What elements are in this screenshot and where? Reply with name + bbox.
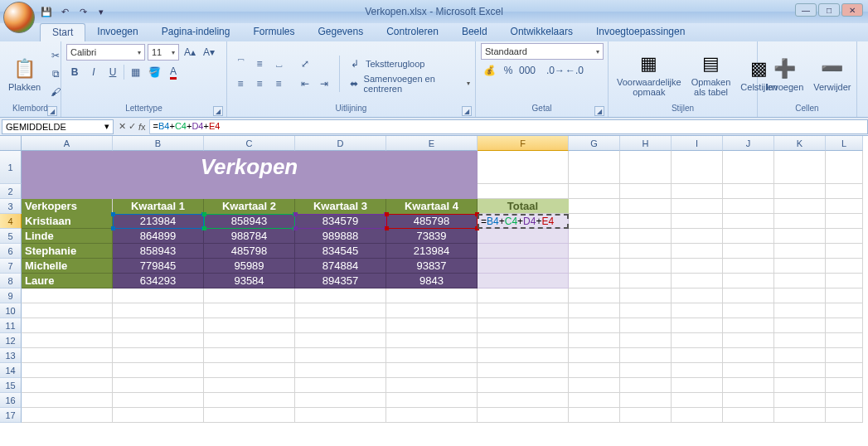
val-2-2[interactable]: 834545 <box>295 244 386 259</box>
cell-G8[interactable] <box>569 274 620 288</box>
cell-L8[interactable] <box>826 274 863 288</box>
cell-F9[interactable] <box>478 288 569 303</box>
row-header-2[interactable]: 2 <box>0 184 22 199</box>
row-header-12[interactable]: 12 <box>0 333 22 348</box>
col-header-H[interactable]: H <box>620 136 672 151</box>
col-header-D[interactable]: D <box>295 136 386 151</box>
cell-I6[interactable] <box>672 244 723 259</box>
cell-H15[interactable] <box>620 378 672 393</box>
row-header-5[interactable]: 5 <box>0 229 22 244</box>
cell-K16[interactable] <box>774 393 826 408</box>
cell-J16[interactable] <box>723 393 774 408</box>
font-combo[interactable]: Calibri▾ <box>66 44 145 61</box>
cell-F13[interactable] <box>478 348 569 363</box>
cell-G6[interactable] <box>569 244 620 259</box>
cell-F14[interactable] <box>478 363 569 378</box>
row-header-1[interactable]: 1 <box>0 151 22 184</box>
cell-K4[interactable] <box>774 214 826 229</box>
grow-font-button[interactable]: A▴ <box>182 44 198 61</box>
cell-G1[interactable] <box>569 151 620 184</box>
format-as-table-button[interactable]: ▤Opmaken als tabel <box>688 49 735 99</box>
cell-I14[interactable] <box>672 363 723 378</box>
maximize-button[interactable]: □ <box>818 3 840 17</box>
cell-G15[interactable] <box>569 378 620 393</box>
cell-J6[interactable] <box>723 244 774 259</box>
cell-H17[interactable] <box>620 408 672 423</box>
cell-L15[interactable] <box>826 378 863 393</box>
accept-formula-button[interactable]: ✓ <box>129 121 136 132</box>
val-3-0[interactable]: 779845 <box>113 259 204 274</box>
save-icon[interactable]: 💾 <box>40 5 53 18</box>
close-button[interactable]: ✕ <box>841 3 863 17</box>
cell-E13[interactable] <box>386 348 478 363</box>
cell-A15[interactable] <box>22 378 113 393</box>
cell-H5[interactable] <box>620 229 672 244</box>
val-0-2[interactable]: 834579 <box>295 214 386 229</box>
cell-K17[interactable] <box>774 408 826 423</box>
cell-B13[interactable] <box>113 348 204 363</box>
cell-A17[interactable] <box>22 408 113 423</box>
header-kw4[interactable]: Kwartaal 4 <box>386 199 478 214</box>
wrap-text-button[interactable]: ↲Tekstterugloop <box>347 55 470 73</box>
cell-C15[interactable] <box>204 378 295 393</box>
cell-H10[interactable] <box>620 303 672 318</box>
cell-F11[interactable] <box>478 318 569 333</box>
namebox-dropdown-icon[interactable]: ▾ <box>104 121 109 132</box>
align-bottom-button[interactable]: ⎵ <box>270 56 287 72</box>
cell-G16[interactable] <box>569 393 620 408</box>
cell-B17[interactable] <box>113 408 204 423</box>
cell-D10[interactable] <box>295 303 386 318</box>
insert-cells-button[interactable]: ➕Invoegen <box>763 54 807 94</box>
cell-C10[interactable] <box>204 303 295 318</box>
cell-L13[interactable] <box>826 348 863 363</box>
cell-K15[interactable] <box>774 378 826 393</box>
qat-dropdown-icon[interactable]: ▾ <box>95 5 108 18</box>
cell-H13[interactable] <box>620 348 672 363</box>
col-header-J[interactable]: J <box>723 136 774 151</box>
cell-G2[interactable] <box>569 184 620 199</box>
fill-color-button[interactable]: 🪣 <box>146 64 162 80</box>
tab-controleren[interactable]: Controleren <box>375 23 450 41</box>
cell-D15[interactable] <box>295 378 386 393</box>
cell-A10[interactable] <box>22 303 113 318</box>
cell-H16[interactable] <box>620 393 672 408</box>
name-0[interactable]: Kristiaan <box>22 214 113 229</box>
val-4-1[interactable]: 93584 <box>204 274 295 288</box>
cell-K9[interactable] <box>774 288 826 303</box>
conditional-formatting-button[interactable]: ▦Voorwaardelijke opmaak <box>613 49 685 99</box>
row-header-14[interactable]: 14 <box>0 363 22 378</box>
cell-G4[interactable] <box>569 214 620 229</box>
val-1-3[interactable]: 73839 <box>386 229 478 244</box>
cell-L17[interactable] <box>826 408 863 423</box>
cell-J10[interactable] <box>723 303 774 318</box>
cell-B10[interactable] <box>113 303 204 318</box>
header-kw2[interactable]: Kwartaal 2 <box>204 199 295 214</box>
cell-I15[interactable] <box>672 378 723 393</box>
cell-F1[interactable] <box>478 151 569 184</box>
cell-K2[interactable] <box>774 184 826 199</box>
cell-H8[interactable] <box>620 274 672 288</box>
borders-button[interactable]: ▦ <box>127 64 143 80</box>
cell-L14[interactable] <box>826 363 863 378</box>
cell-K1[interactable] <box>774 151 826 184</box>
cell-K6[interactable] <box>774 244 826 259</box>
cell-J9[interactable] <box>723 288 774 303</box>
val-4-3[interactable]: 9843 <box>386 274 478 288</box>
dialog-launcher[interactable]: ◢ <box>594 106 604 116</box>
italic-button[interactable]: I <box>85 64 102 80</box>
val-1-1[interactable]: 988784 <box>204 229 295 244</box>
cell-I16[interactable] <box>672 393 723 408</box>
cell-G5[interactable] <box>569 229 620 244</box>
tab-pagina-indeling[interactable]: Pagina-indeling <box>150 23 242 41</box>
cell-G13[interactable] <box>569 348 620 363</box>
cell-L9[interactable] <box>826 288 863 303</box>
align-left-button[interactable]: ≡ <box>232 75 249 92</box>
cell-J15[interactable] <box>723 378 774 393</box>
col-header-I[interactable]: I <box>672 136 723 151</box>
cell-K13[interactable] <box>774 348 826 363</box>
cell-H6[interactable] <box>620 244 672 259</box>
val-2-1[interactable]: 485798 <box>204 244 295 259</box>
cell-L12[interactable] <box>826 333 863 348</box>
cell-A16[interactable] <box>22 393 113 408</box>
val-2-3[interactable]: 213984 <box>386 244 478 259</box>
